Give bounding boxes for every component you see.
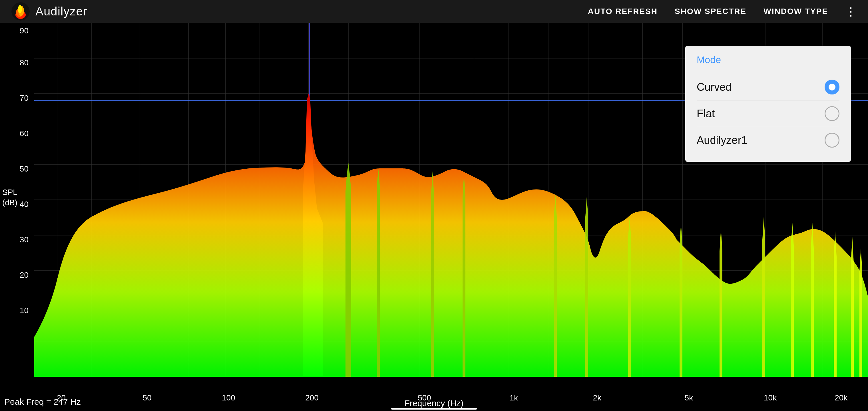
app-logo [11,2,30,21]
option-curved[interactable]: Curved [697,74,839,100]
y-label-40: 40 [20,200,29,209]
option-audilyzer1-label: Audilyzer1 [697,134,747,147]
svg-point-4 [18,5,22,13]
auto-refresh-button[interactable]: AUTO REFRESH [588,7,657,16]
x-label-200: 200 [305,393,319,403]
option-flat-label: Flat [697,107,715,120]
y-label-70: 70 [20,94,29,103]
header-left: Audilyzer [11,2,87,21]
window-type-button[interactable]: WINDOW TYPE [764,7,828,16]
option-audilyzer1-radio[interactable] [825,133,839,148]
option-curved-radio[interactable] [825,80,839,94]
x-label-50: 50 [143,393,152,403]
panel-title: Mode [697,54,839,65]
header-nav: AUTO REFRESH SHOW SPECTRE WINDOW TYPE ⋮ [588,5,857,18]
y-label-30: 30 [20,235,29,244]
option-flat-radio[interactable] [825,106,839,121]
y-label-80: 80 [20,58,29,67]
x-label-10k: 10k [764,393,777,403]
x-label-1k: 1k [509,393,518,403]
option-audilyzer1[interactable]: Audilyzer1 [697,127,839,153]
show-spectre-button[interactable]: SHOW SPECTRE [675,7,746,16]
y-label-60: 60 [20,129,29,138]
option-curved-label: Curved [697,81,732,93]
chart-container: SPL (dB) 90 80 70 60 50 40 30 20 10 [0,23,868,411]
x-label-5k: 5k [685,393,693,403]
y-label-50: 50 [20,164,29,173]
y-label-20: 20 [20,271,29,280]
y-label-10: 10 [20,306,29,315]
x-label-2k: 2k [593,393,601,403]
x-label-100: 100 [222,393,235,403]
peak-frequency-label: Peak Freq = 247 Hz [4,397,81,407]
freq-label-underline [391,408,477,410]
y-label-90: 90 [20,26,29,35]
option-flat[interactable]: Flat [697,100,839,127]
x-label-20k: 20k [835,393,847,403]
window-type-dropdown: Mode Curved Flat Audilyzer1 [685,46,851,162]
header: Audilyzer AUTO REFRESH SHOW SPECTRE WIND… [0,0,868,23]
app-title: Audilyzer [35,5,87,18]
frequency-axis-label: Frequency (Hz) [405,399,464,408]
more-menu-icon[interactable]: ⋮ [845,5,857,18]
